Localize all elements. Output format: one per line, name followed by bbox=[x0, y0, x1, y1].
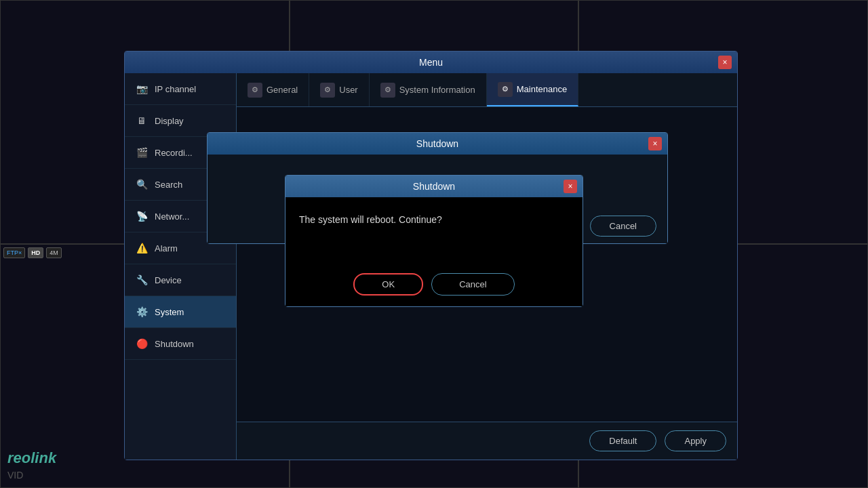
sidebar-label-ip-channel: IP channel bbox=[155, 84, 196, 94]
tab-label-general: General bbox=[267, 85, 298, 95]
sidebar-label-alarm: Alarm bbox=[155, 243, 178, 253]
display-icon: 🖥 bbox=[134, 113, 149, 128]
tabs: ⚙ General ⚙ User ⚙ System Information ⚙ … bbox=[237, 73, 737, 107]
network-icon: 📡 bbox=[134, 209, 149, 224]
general-tab-icon: ⚙ bbox=[248, 83, 262, 98]
vid-text: VID bbox=[7, 470, 23, 481]
ftp-badge: FTP× bbox=[3, 247, 25, 258]
sidebar-label-search: Search bbox=[155, 180, 182, 190]
tab-maintenance[interactable]: ⚙ Maintenance bbox=[487, 73, 578, 106]
confirm-close-button[interactable]: × bbox=[564, 180, 577, 193]
tab-label-user: User bbox=[339, 85, 357, 95]
maintenance-tab-icon: ⚙ bbox=[498, 82, 513, 97]
sidebar-label-system: System bbox=[155, 307, 184, 317]
confirm-titlebar: Shutdown × bbox=[285, 176, 583, 197]
menu-titlebar: Menu × bbox=[125, 52, 737, 73]
tab-label-maintenance: Maintenance bbox=[517, 84, 567, 94]
camera-overlay-4: FTP× HD 4M bbox=[3, 247, 62, 258]
sidebar-label-network: Networ... bbox=[155, 211, 189, 222]
system-icon: ⚙️ bbox=[134, 304, 149, 319]
sidebar-item-shutdown[interactable]: 🔴 Shutdown bbox=[125, 328, 236, 360]
shutdown-dialog-title: Shutdown bbox=[416, 138, 458, 149]
sidebar: 📷 IP channel 🖥 Display 🎬 Recordi... 🔍 Se… bbox=[125, 73, 237, 460]
hd-badge-4: HD bbox=[28, 247, 43, 258]
sidebar-label-shutdown: Shutdown bbox=[155, 339, 194, 349]
menu-close-button[interactable]: × bbox=[718, 56, 732, 69]
device-icon: 🔧 bbox=[134, 272, 149, 287]
user-tab-icon: ⚙ bbox=[320, 83, 335, 98]
sidebar-label-recording: Recordi... bbox=[155, 148, 193, 158]
sidebar-label-device: Device bbox=[155, 275, 182, 285]
tab-general[interactable]: ⚙ General bbox=[237, 73, 309, 106]
reolink-logo: reolink bbox=[7, 449, 56, 467]
bottom-bar: Default Apply bbox=[237, 422, 737, 460]
tab-system-info[interactable]: ⚙ System Information bbox=[370, 73, 487, 106]
confirm-title: Shutdown bbox=[413, 181, 455, 192]
confirm-message: The system will reboot. Continue? bbox=[299, 214, 442, 225]
tab-user[interactable]: ⚙ User bbox=[309, 73, 369, 106]
shutdown-cancel-button[interactable]: Cancel bbox=[590, 216, 656, 237]
sidebar-label-display: Display bbox=[155, 116, 184, 126]
confirm-ok-button[interactable]: OK bbox=[353, 273, 423, 296]
sidebar-item-system[interactable]: ⚙️ System bbox=[125, 296, 236, 328]
confirm-dialog: Shutdown × The system will reboot. Conti… bbox=[285, 175, 583, 307]
ip-channel-icon: 📷 bbox=[134, 81, 149, 96]
recording-icon: 🎬 bbox=[134, 145, 149, 160]
confirm-buttons: OK Cancel bbox=[285, 265, 583, 306]
confirm-body: The system will reboot. Continue? bbox=[285, 197, 583, 265]
apply-button[interactable]: Apply bbox=[665, 430, 726, 451]
shutdown-dialog-titlebar: Shutdown × bbox=[208, 133, 667, 155]
shutdown-dialog-close-button[interactable]: × bbox=[648, 137, 662, 150]
sidebar-item-device[interactable]: 🔧 Device bbox=[125, 264, 236, 296]
confirm-cancel-button[interactable]: Cancel bbox=[431, 273, 514, 296]
tab-label-system-info: System Information bbox=[399, 85, 475, 95]
sidebar-item-ip-channel[interactable]: 📷 IP channel bbox=[125, 73, 236, 105]
shutdown-icon: 🔴 bbox=[134, 336, 149, 351]
search-icon: 🔍 bbox=[134, 177, 149, 192]
default-button[interactable]: Default bbox=[589, 430, 656, 451]
menu-title: Menu bbox=[419, 57, 443, 68]
sysinfo-tab-icon: ⚙ bbox=[380, 83, 395, 98]
alarm-icon: ⚠️ bbox=[134, 241, 149, 256]
res-badge-4: 4M bbox=[46, 247, 62, 258]
